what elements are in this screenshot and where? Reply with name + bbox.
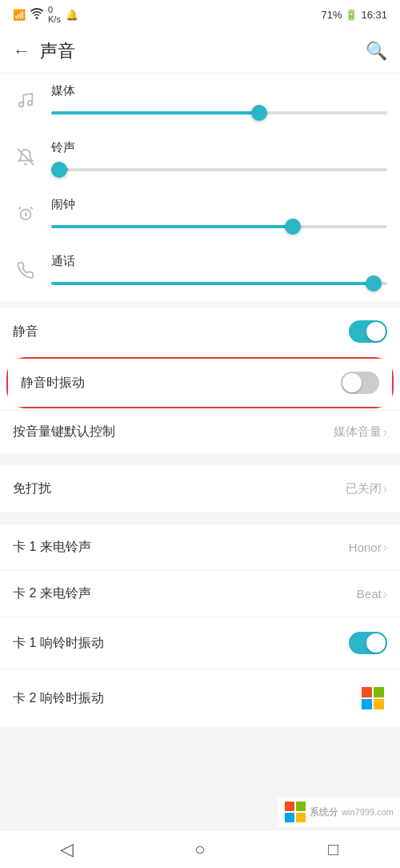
back-button[interactable]: ← xyxy=(13,41,30,62)
svg-rect-13 xyxy=(374,699,384,709)
time-display: 16:31 xyxy=(361,9,387,21)
svg-rect-16 xyxy=(285,813,294,822)
sim1-ringtone-row[interactable]: 卡 1 来电铃声 Honor › xyxy=(0,524,400,570)
sim1-vibrate-row: 卡 1 响铃时振动 xyxy=(0,617,400,669)
sim2-ringtone-text: Beat xyxy=(357,587,382,601)
dnd-label: 免打扰 xyxy=(13,480,51,497)
top-bar-left: ← 声音 xyxy=(13,39,75,63)
alarm-slider[interactable] xyxy=(51,219,387,235)
volume-key-control-label: 按音量键默认控制 xyxy=(13,424,115,440)
silent-mode-row: 静音 xyxy=(0,307,400,356)
vibrate-on-silent-row: 静音时振动 xyxy=(8,359,392,407)
svg-point-1 xyxy=(28,101,33,106)
vibrate-on-silent-knob xyxy=(342,373,362,392)
svg-line-2 xyxy=(18,149,34,165)
divider-1 xyxy=(0,460,400,466)
sim2-vibrate-row: 卡 2 响铃时振动 xyxy=(0,669,400,727)
call-slider[interactable] xyxy=(51,275,387,291)
svg-rect-14 xyxy=(285,802,294,811)
watermark-site: win7999.com xyxy=(342,807,394,817)
vibrate-on-silent-label: 静音时振动 xyxy=(21,375,85,392)
svg-rect-10 xyxy=(362,687,372,697)
media-label: 媒体 xyxy=(51,83,387,98)
content-area: 媒体 铃声 xyxy=(0,74,400,727)
dnd-value-text: 已关闭 xyxy=(346,481,382,496)
volume-section: 媒体 铃声 xyxy=(0,74,400,301)
network-speed: 0K/s xyxy=(48,5,61,24)
media-fill xyxy=(51,111,259,115)
sim2-vibrate-label: 卡 2 响铃时振动 xyxy=(13,690,104,707)
svg-rect-11 xyxy=(374,687,384,697)
page-title: 声音 xyxy=(40,39,75,63)
svg-line-4 xyxy=(18,207,20,209)
silent-mode-toggle[interactable] xyxy=(349,320,387,343)
call-fill xyxy=(51,282,374,285)
battery-percent: 71% xyxy=(321,9,342,21)
search-button[interactable]: 🔍 xyxy=(366,41,387,62)
svg-rect-12 xyxy=(362,699,372,709)
sim2-ringtone-label: 卡 2 来电铃声 xyxy=(13,585,91,602)
vibrate-on-silent-container: 静音时振动 xyxy=(0,356,400,410)
sim1-vibrate-knob xyxy=(366,633,386,653)
volume-key-control-row[interactable]: 按音量键默认控制 媒体音量 › xyxy=(0,410,400,453)
media-thumb[interactable] xyxy=(251,105,267,121)
silent-mode-knob xyxy=(366,322,386,341)
call-label: 通话 xyxy=(51,254,387,269)
sim2-ringtone-chevron: › xyxy=(383,587,387,601)
nav-recents-button[interactable]: □ xyxy=(310,839,358,860)
nav-home-button[interactable]: ○ xyxy=(176,839,224,860)
top-bar: ← 声音 🔍 xyxy=(0,29,400,74)
media-volume-control[interactable]: 媒体 xyxy=(51,83,387,121)
sim2-ringtone-row[interactable]: 卡 2 来电铃声 Beat › xyxy=(0,570,400,617)
nav-back-button[interactable]: ◁ xyxy=(42,839,90,860)
media-slider[interactable] xyxy=(51,105,387,121)
highlight-border: 静音时振动 xyxy=(6,357,394,408)
alarm-thumb[interactable] xyxy=(285,219,301,235)
ringtone-slider[interactable] xyxy=(51,162,387,178)
status-left: 📶 0K/s 🔔 xyxy=(13,5,78,24)
dnd-chevron: › xyxy=(383,482,387,496)
volume-key-control-value: 媒体音量 › xyxy=(334,424,387,440)
divider-2 xyxy=(0,518,400,524)
svg-rect-15 xyxy=(296,802,306,811)
status-bar: 📶 0K/s 🔔 71% 🔋 16:31 xyxy=(0,0,400,29)
sim1-ringtone-value: Honor › xyxy=(349,540,387,555)
alarm-icon xyxy=(13,205,38,227)
call-thumb[interactable] xyxy=(366,275,382,291)
silent-section: 静音 静音时振动 按音量键默认控制 媒体音量 › xyxy=(0,307,400,453)
ringtone-section: 卡 1 来电铃声 Honor › 卡 2 来电铃声 Beat › 卡 1 响铃时… xyxy=(0,524,400,727)
alarm-label: 闹钟 xyxy=(51,197,387,212)
status-right: 71% 🔋 16:31 xyxy=(321,9,387,21)
silent-mode-label: 静音 xyxy=(13,323,38,340)
vibrate-on-silent-toggle[interactable] xyxy=(341,372,379,394)
alarm-volume-control[interactable]: 闹钟 xyxy=(51,197,387,235)
volume-key-chevron: › xyxy=(383,425,387,440)
watermark-logo xyxy=(284,801,306,823)
ringtone-volume-control[interactable]: 铃声 xyxy=(51,140,387,178)
watermark: 系统分 win7999.com xyxy=(278,798,400,826)
call-volume-control[interactable]: 通话 xyxy=(51,254,387,291)
ringtone-icon xyxy=(13,148,38,170)
sim1-ringtone-text: Honor xyxy=(349,540,382,554)
call-icon xyxy=(13,262,38,283)
wifi-icon xyxy=(30,8,43,22)
svg-rect-17 xyxy=(296,813,306,822)
bottom-nav: ◁ ○ □ xyxy=(0,830,400,868)
sim-icon: 📶 xyxy=(13,9,26,21)
media-icon xyxy=(13,91,38,113)
ringtone-thumb[interactable] xyxy=(51,162,67,178)
notification-icon: 🔔 xyxy=(66,9,78,21)
svg-point-0 xyxy=(19,102,24,107)
ringtone-volume-row: 铃声 xyxy=(0,131,400,187)
dnd-section: 免打扰 已关闭 › xyxy=(0,466,400,512)
watermark-text: 系统分 xyxy=(310,806,338,819)
sim1-ringtone-chevron: › xyxy=(383,540,387,555)
alarm-fill xyxy=(51,225,293,228)
alarm-volume-row: 闹钟 xyxy=(0,187,400,244)
dnd-row[interactable]: 免打扰 已关闭 › xyxy=(0,466,400,512)
battery-icon: 🔋 xyxy=(345,9,358,21)
sim1-vibrate-toggle[interactable] xyxy=(349,632,387,654)
svg-line-5 xyxy=(30,207,32,209)
sim1-vibrate-label: 卡 1 响铃时振动 xyxy=(13,635,104,652)
sim1-ringtone-label: 卡 1 来电铃声 xyxy=(13,539,91,556)
